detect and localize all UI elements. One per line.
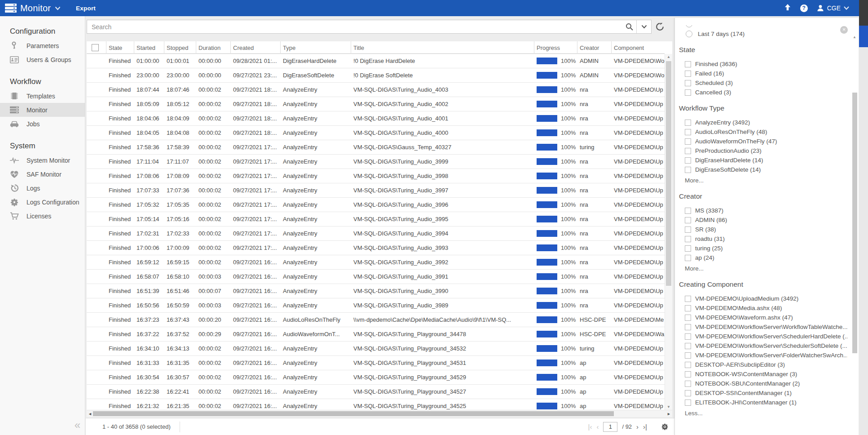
filter-option[interactable]: VM-DPEDEMO\WorkflowServer\SchedulerSoftD… — [675, 341, 847, 351]
checkbox[interactable] — [685, 352, 691, 359]
column-header-started[interactable]: Started — [134, 41, 164, 54]
table-row[interactable]: Finished16:30:5416:30:5700:00:0209/27/20… — [87, 370, 665, 385]
filter-option[interactable]: roadtu (31) — [675, 234, 847, 244]
show-more-link[interactable]: More... — [675, 265, 847, 273]
checkbox[interactable] — [685, 362, 691, 368]
table-vertical-scrollbar[interactable]: ▲ ▼ — [665, 54, 672, 410]
checkbox[interactable] — [685, 138, 691, 145]
filter-option[interactable]: turing (25) — [675, 244, 847, 253]
page-scrollbar[interactable] — [859, 0, 868, 435]
sidebar-item-parameters[interactable]: Parameters — [0, 39, 85, 53]
scrollbar-thumb[interactable] — [859, 26, 868, 47]
checkbox[interactable] — [685, 305, 691, 311]
filter-option[interactable]: DESKTOP-AER\SubclipEditor (3) — [675, 360, 847, 369]
sidebar-collapse-button[interactable]: « — [75, 419, 80, 431]
filter-option[interactable]: VM-DPEDEMO\Waveform.ashx (47) — [675, 313, 847, 322]
column-header-creator[interactable]: Creator — [577, 41, 612, 54]
table-horizontal-scrollbar[interactable]: ◄ ► — [87, 410, 672, 417]
scroll-up-icon[interactable]: ▲ — [667, 55, 670, 59]
filter-option[interactable]: ADMIN (86) — [675, 215, 847, 225]
filter-option[interactable]: DigEraseHardDelete (14) — [675, 155, 847, 165]
checkbox[interactable] — [685, 148, 691, 154]
column-header-component[interactable]: Component — [612, 41, 665, 54]
checkbox[interactable] — [685, 333, 691, 340]
table-row[interactable]: Finished16:22:3816:22:4100:00:0209/27/20… — [87, 385, 665, 399]
scroll-up-icon[interactable]: ▲ — [853, 35, 856, 39]
checkbox[interactable] — [685, 324, 691, 330]
table-row[interactable]: Finished17:11:0417:11:0700:00:0209/27/20… — [87, 155, 665, 169]
column-header-title[interactable]: Title — [351, 41, 534, 54]
upload-arrow-icon[interactable] — [784, 4, 791, 13]
refresh-icon[interactable] — [656, 22, 664, 31]
show-more-link[interactable]: More... — [675, 177, 847, 185]
table-row[interactable]: Finished16:31:3316:31:3500:00:0209/27/20… — [87, 356, 665, 370]
checkbox[interactable] — [685, 343, 691, 349]
help-icon[interactable]: ? — [800, 4, 808, 12]
checkbox[interactable] — [685, 236, 691, 242]
scrollbar-thumb[interactable] — [93, 411, 614, 416]
checkbox[interactable] — [685, 89, 691, 96]
sidebar-item-logs[interactable]: Logs — [0, 181, 85, 195]
export-menu[interactable]: Export — [76, 5, 96, 12]
checkbox[interactable] — [685, 315, 691, 321]
app-title[interactable]: Monitor — [20, 3, 51, 13]
select-all-checkbox[interactable] — [92, 44, 99, 51]
table-row[interactable]: Finished16:58:0716:58:1000:00:0309/27/20… — [87, 270, 665, 284]
checkbox[interactable] — [685, 245, 691, 252]
sidebar-item-licenses[interactable]: Licenses — [0, 209, 85, 223]
table-row[interactable]: Finished18:07:4418:07:4600:00:0209/27/20… — [87, 83, 665, 97]
first-page-button[interactable]: |‹ — [588, 423, 592, 431]
checkbox[interactable] — [685, 157, 691, 164]
table-row[interactable]: Finished17:05:3217:05:3500:00:0209/27/20… — [87, 198, 665, 212]
checkbox[interactable] — [685, 129, 691, 135]
filter-option[interactable]: NOTEBOOK-WS\ContentManager (3) — [675, 369, 847, 379]
table-row[interactable]: Finished18:05:0918:05:1200:00:0209/27/20… — [87, 97, 665, 111]
sidebar-item-templates[interactable]: Templates — [0, 89, 85, 103]
checkbox[interactable] — [685, 120, 691, 126]
scrollbar-thumb[interactable] — [666, 61, 671, 286]
table-row[interactable]: Finished16:50:5616:50:5900:00:0309/27/20… — [87, 298, 665, 313]
sidebar-item-system-monitor[interactable]: System Monitor — [0, 153, 85, 167]
table-row[interactable]: Finished16:37:2216:37:5200:00:2909/27/20… — [87, 327, 665, 342]
table-row[interactable]: Finished18:04:0518:04:0800:00:0209/27/20… — [87, 126, 665, 140]
filter-option[interactable]: NOTEBOOK-SBU\ContentManager (2) — [675, 379, 847, 388]
show-less-link[interactable]: Less... — [675, 410, 847, 418]
filter-option[interactable]: MS (3387) — [675, 206, 847, 215]
last-page-button[interactable]: ›| — [643, 423, 647, 431]
column-header-created[interactable]: Created — [231, 41, 281, 54]
checkbox[interactable] — [685, 71, 691, 77]
filter-option[interactable]: Finished (3636) — [675, 59, 847, 69]
filter-option[interactable]: ELITEBOOK-JHI\ContentManager (1) — [675, 398, 847, 407]
filter-option[interactable]: AudioLoResOnTheFly (48) — [675, 127, 847, 137]
chevron-down-icon[interactable] — [55, 4, 61, 12]
checkbox[interactable] — [685, 390, 691, 396]
table-row[interactable]: Finished16:51:3916:51:4600:00:0709/27/20… — [87, 284, 665, 298]
checkbox[interactable] — [685, 167, 691, 173]
checkbox[interactable] — [685, 255, 691, 261]
filter-option[interactable]: Scheduled (3) — [675, 78, 847, 88]
filter-option[interactable]: DESKTOP-SSI\ContentManager (1) — [675, 388, 847, 398]
table-row[interactable]: Finished17:02:3117:02:3300:00:0209/27/20… — [87, 226, 665, 241]
table-row[interactable]: Finished17:00:0617:00:0900:00:0209/27/20… — [87, 241, 665, 255]
table-settings-gear-icon[interactable] — [661, 423, 668, 430]
page-number-input[interactable] — [603, 422, 617, 432]
table-row[interactable]: Finished16:59:1216:59:1500:00:0209/27/20… — [87, 255, 665, 270]
filter-option[interactable]: Cancelled (3) — [675, 88, 847, 97]
scroll-right-icon[interactable]: ► — [667, 412, 671, 416]
checkbox[interactable] — [685, 296, 691, 302]
filter-panel-scrollbar[interactable]: ▲ — [852, 35, 858, 434]
column-header-type[interactable]: Type — [281, 41, 351, 54]
table-row[interactable]: Finished17:05:1417:05:1600:00:0209/27/20… — [87, 212, 665, 226]
checkbox[interactable] — [685, 381, 691, 387]
sidebar-item-jobs[interactable]: Jobs — [0, 117, 85, 131]
table-row[interactable]: Finished01:00:0001:00:0100:00:0009/28/20… — [87, 54, 665, 68]
table-row[interactable]: Finished16:34:1016:34:1300:00:0209/27/20… — [87, 342, 665, 356]
filter-option[interactable]: ap (24) — [675, 253, 847, 262]
checkbox[interactable] — [685, 226, 691, 233]
date-filter-option[interactable] — [675, 25, 847, 29]
table-row[interactable]: Finished18:04:0618:04:0900:00:0209/27/20… — [87, 111, 665, 126]
filter-option[interactable]: SR (38) — [675, 225, 847, 234]
filter-option[interactable]: VM-DPEDEMO\WorkflowServer\WorkflowTableW… — [675, 322, 847, 332]
checkbox[interactable] — [685, 371, 691, 377]
column-header-duration[interactable]: Duration — [196, 41, 231, 54]
